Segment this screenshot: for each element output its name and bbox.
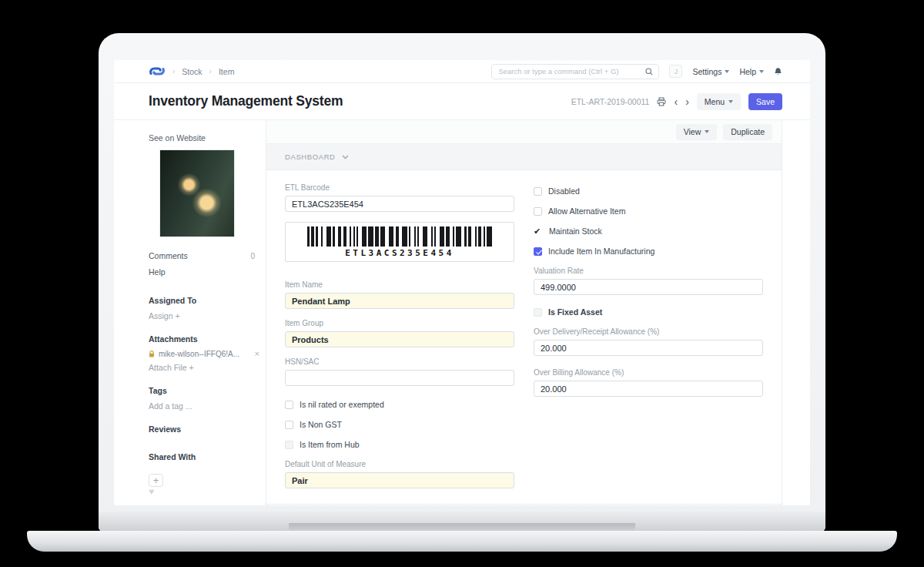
next-document-button[interactable]: › xyxy=(685,96,689,107)
shared-with-heading: Shared With xyxy=(149,452,266,461)
chevron-right-icon: › xyxy=(172,67,175,75)
content-area: See on Website Comments 0 Help Assigned … xyxy=(114,120,810,505)
checkbox-icon xyxy=(534,308,542,317)
see-on-website-link[interactable]: See on Website xyxy=(149,133,266,143)
etl-barcode-input[interactable] xyxy=(285,196,514,212)
save-button[interactable]: Save xyxy=(748,93,782,110)
checkbox-label: Is Item from Hub xyxy=(300,440,360,449)
breadcrumb: › Stock › Item xyxy=(149,66,234,76)
breadcrumb-item[interactable]: Item xyxy=(219,67,234,76)
like-heart-icon[interactable]: ♥ xyxy=(149,487,266,496)
over-delivery-input[interactable] xyxy=(534,340,763,356)
prev-document-button[interactable]: ‹ xyxy=(674,96,678,107)
laptop-hinge xyxy=(99,512,825,532)
checkbox-is-non-gst[interactable]: Is Non GST xyxy=(285,420,514,429)
item-name-input[interactable] xyxy=(285,293,514,309)
checkbox-is-nil-rated[interactable]: Is nil rated or exempted xyxy=(285,400,514,409)
duplicate-button-label: Duplicate xyxy=(731,127,765,136)
sidebar-help-link[interactable]: Help xyxy=(149,267,266,277)
search-input[interactable] xyxy=(492,67,645,75)
checkbox-include-item-in-manufacturing[interactable]: Include Item In Manufacturing xyxy=(534,247,763,256)
help-label: Help xyxy=(739,67,756,76)
attachment-file-link[interactable]: mike-wilson--IFFQ6!A... xyxy=(159,350,251,358)
print-icon[interactable] xyxy=(657,97,666,106)
checkbox-icon xyxy=(285,401,293,409)
checkbox-label: Disabled xyxy=(548,186,580,196)
save-button-label: Save xyxy=(756,97,775,106)
settings-label: Settings xyxy=(692,67,721,76)
duplicate-button[interactable]: Duplicate xyxy=(723,124,772,140)
help-link-label: Help xyxy=(149,267,166,277)
checkbox-icon xyxy=(285,421,293,429)
checkbox-icon xyxy=(534,207,542,216)
chevron-down-icon xyxy=(725,70,729,73)
attachment-item[interactable]: mike-wilson--IFFQ6!A... × xyxy=(149,350,266,358)
remove-attachment-icon[interactable]: × xyxy=(255,350,259,358)
valuation-rate-input[interactable] xyxy=(534,279,763,295)
checkbox-maintain-stock[interactable]: Maintain Stock xyxy=(534,226,763,236)
item-name-label: Item Name xyxy=(285,280,514,289)
checkbox-icon xyxy=(534,247,542,256)
hsn-sac-input[interactable] xyxy=(285,370,514,386)
dashboard-section-label: DASHBOARD xyxy=(285,153,336,161)
checkbox-is-fixed-asset[interactable]: Is Fixed Asset xyxy=(534,307,763,317)
menu-button-label: Menu xyxy=(705,97,725,106)
app-logo-icon[interactable] xyxy=(149,66,166,76)
navbar-actions: J Settings Help xyxy=(491,64,782,79)
uom-input[interactable] xyxy=(285,472,514,488)
checkbox-is-item-from-hub[interactable]: Is Item from Hub xyxy=(285,440,514,449)
checkbox-icon xyxy=(285,441,293,449)
checkbox-label: Is Non GST xyxy=(300,420,342,429)
add-share-button[interactable]: + xyxy=(149,474,163,487)
chevron-right-icon: › xyxy=(209,67,212,75)
tags-heading: Tags xyxy=(149,386,266,395)
over-billing-label: Over Billing Allowance (%) xyxy=(534,368,763,377)
chevron-down-icon xyxy=(759,70,764,73)
help-menu[interactable]: Help xyxy=(739,67,764,76)
lock-icon xyxy=(149,351,155,357)
avatar[interactable]: J xyxy=(669,65,682,78)
attach-file-button[interactable]: Attach File + xyxy=(149,363,266,372)
checkbox-disabled[interactable]: Disabled xyxy=(534,186,763,196)
form-column-right: Disabled Allow Alternative Item Maintain… xyxy=(534,183,763,488)
hsn-sac-label: HSN/SAC xyxy=(285,357,514,366)
document-id: ETL-ART-2019-00011 xyxy=(571,97,650,106)
reviews-heading: Reviews xyxy=(149,424,266,434)
product-image[interactable] xyxy=(159,149,235,237)
menu-button[interactable]: Menu xyxy=(697,93,741,110)
comments-row[interactable]: Comments 0 xyxy=(149,251,266,260)
main-panel: View Duplicate DASHBOARD ETL Barcode xyxy=(266,120,782,505)
assigned-to-heading: Assigned To xyxy=(149,296,266,305)
item-group-label: Item Group xyxy=(285,319,514,327)
chevron-down-icon xyxy=(705,130,709,133)
assign-button[interactable]: Assign + xyxy=(149,311,266,320)
notifications-bell-icon[interactable] xyxy=(774,67,782,76)
page-header-actions: ETL-ART-2019-00011 ‹ › Menu Save xyxy=(571,93,782,110)
add-tag-input[interactable]: Add a tag ... xyxy=(149,401,266,411)
chevron-down-icon xyxy=(728,100,733,103)
attachments-heading: Attachments xyxy=(149,334,266,344)
checkbox-allow-alternative-item[interactable]: Allow Alternative Item xyxy=(534,206,763,216)
comments-label: Comments xyxy=(149,251,188,260)
global-search xyxy=(491,64,659,79)
search-icon[interactable] xyxy=(645,68,653,75)
form-column-left: ETL Barcode ETL3ACS235E454 Item Name xyxy=(285,183,514,488)
checkbox-label: Maintain Stock xyxy=(549,226,602,236)
settings-menu[interactable]: Settings xyxy=(692,67,729,76)
laptop-base xyxy=(27,531,897,552)
check-icon xyxy=(534,227,543,236)
comments-count-badge: 0 xyxy=(250,252,255,260)
sidebar: See on Website Comments 0 Help Assigned … xyxy=(149,120,266,505)
navbar: › Stock › Item J Settings Help xyxy=(114,60,810,83)
over-billing-input[interactable] xyxy=(534,381,763,397)
view-button[interactable]: View xyxy=(676,124,718,140)
dashboard-section-toggle[interactable]: DASHBOARD xyxy=(266,144,782,170)
item-group-input[interactable] xyxy=(285,331,514,347)
barcode-preview: ETL3ACS235E454 xyxy=(285,222,514,262)
view-button-label: View xyxy=(684,127,701,136)
etl-barcode-label: ETL Barcode xyxy=(285,183,514,192)
item-form: ETL Barcode ETL3ACS235E454 Item Name xyxy=(266,170,782,505)
checkbox-label: Is Fixed Asset xyxy=(548,307,602,317)
form-toolbar: View Duplicate xyxy=(266,120,782,144)
breadcrumb-stock[interactable]: Stock xyxy=(182,67,202,76)
